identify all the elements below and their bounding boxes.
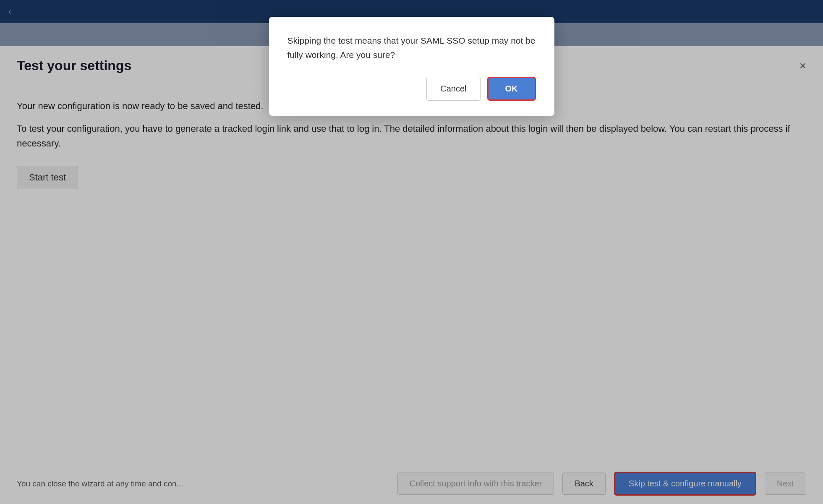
dialog-message: Skipping the test means that your SAML S… <box>287 34 536 62</box>
dialog-actions: Cancel OK <box>287 77 536 101</box>
dialog-cancel-button[interactable]: Cancel <box>426 77 480 101</box>
confirmation-dialog: Skipping the test means that your SAML S… <box>269 17 554 116</box>
dialog-ok-button[interactable]: OK <box>487 77 536 101</box>
